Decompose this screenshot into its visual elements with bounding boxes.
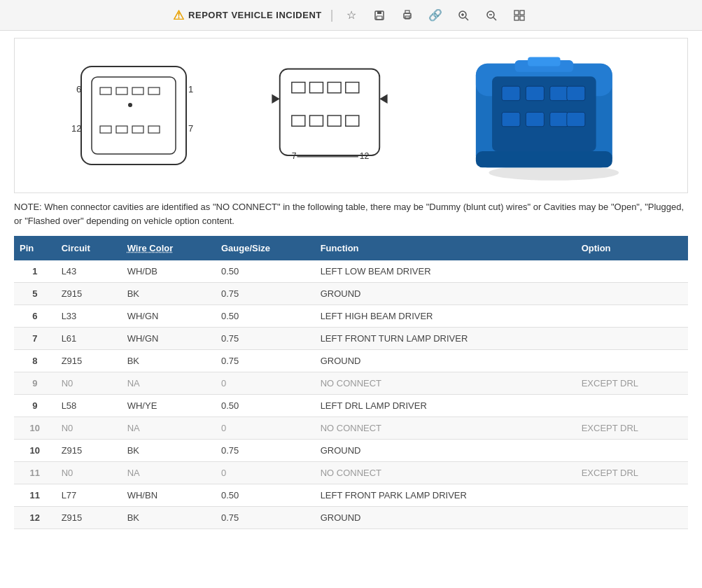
cell-circuit: L58: [56, 395, 122, 417]
svg-rect-55: [567, 86, 585, 100]
cell-pin: 9: [14, 372, 56, 395]
toolbar: ⚠ REPORT VEHICLE INCIDENT | ☆ 🔗: [0, 0, 702, 31]
connector-3d-render: [456, 46, 638, 186]
col-header-wire-color: Wire Color: [122, 236, 216, 260]
cell-circuit: N0: [56, 462, 122, 484]
cell-gauge: 0.50: [216, 305, 315, 328]
cell-wire-color: BK: [122, 283, 216, 305]
svg-text:6: 6: [76, 84, 81, 94]
cell-gauge: 0.75: [216, 328, 315, 350]
svg-rect-17: [520, 16, 524, 20]
svg-rect-26: [116, 126, 127, 133]
svg-rect-16: [514, 16, 519, 20]
svg-rect-23: [148, 88, 160, 94]
cell-function: LEFT FRONT PARK LAMP DRIVER: [315, 484, 576, 507]
cell-function: GROUND: [315, 350, 576, 372]
connector-diagram-area: 6 1 12 7 7 12: [14, 38, 688, 193]
connector-schematic-left: 6 1 12 7: [64, 49, 204, 182]
svg-rect-59: [567, 112, 585, 126]
cell-option: [576, 350, 688, 372]
link-icon[interactable]: 🔗: [426, 6, 445, 25]
incident-report-button[interactable]: ⚠ REPORT VEHICLE INCIDENT: [173, 8, 322, 23]
cell-option: EXCEPT DRL: [576, 372, 688, 395]
cell-wire-color: NA: [122, 462, 216, 484]
cell-option: [576, 283, 688, 305]
toolbar-separator: |: [330, 8, 334, 22]
cell-pin: 12: [14, 507, 56, 529]
svg-text:7: 7: [292, 151, 297, 161]
cell-circuit: N0: [56, 417, 122, 440]
connector-table: Pin Circuit Wire Color Gauge/Size Functi…: [14, 236, 688, 529]
zoom-in-icon[interactable]: [454, 6, 473, 25]
col-header-function: Function: [315, 236, 576, 260]
cell-gauge: 0.75: [216, 507, 315, 529]
cell-circuit: L33: [56, 305, 122, 328]
table-body: 1L43WH/DB0.50LEFT LOW BEAM DRIVER5Z915BK…: [14, 260, 688, 529]
cell-function: LEFT FRONT TURN LAMP DRIVER: [315, 328, 576, 350]
svg-rect-61: [528, 57, 560, 66]
cell-wire-color: NA: [122, 372, 216, 395]
star-icon[interactable]: ☆: [342, 6, 361, 25]
cell-function: LEFT LOW BEAM DRIVER: [315, 260, 576, 283]
col-header-gauge: Gauge/Size: [216, 236, 315, 260]
cell-option: [576, 440, 688, 462]
cell-pin: 10: [14, 440, 56, 462]
note-text: NOTE: When connector cavities are identi…: [14, 200, 688, 227]
cell-circuit: Z915: [56, 350, 122, 372]
svg-rect-15: [520, 10, 524, 15]
cell-pin: 8: [14, 350, 56, 372]
table-row: 10N0NA0NO CONNECTEXCEPT DRL: [14, 417, 688, 440]
table-row: 10Z915BK0.75GROUND: [14, 440, 688, 462]
svg-rect-37: [346, 83, 359, 93]
cell-pin: 10: [14, 417, 56, 440]
svg-point-6: [410, 15, 412, 16]
cell-option: EXCEPT DRL: [576, 417, 688, 440]
cell-function: GROUND: [315, 440, 576, 462]
cell-circuit: L77: [56, 484, 122, 507]
cell-pin: 9: [14, 395, 56, 417]
svg-rect-27: [132, 126, 143, 133]
svg-rect-35: [310, 83, 323, 93]
svg-text:12: 12: [360, 151, 370, 161]
print-icon[interactable]: [398, 6, 417, 25]
table-row: 9N0NA0NO CONNECTEXCEPT DRL: [14, 372, 688, 395]
cell-wire-color: WH/YE: [122, 395, 216, 417]
col-header-circuit: Circuit: [56, 236, 122, 260]
svg-rect-41: [346, 115, 359, 126]
svg-rect-28: [148, 126, 160, 133]
cell-circuit: Z915: [56, 283, 122, 305]
svg-rect-40: [328, 115, 342, 126]
cell-function: NO CONNECT: [315, 372, 576, 395]
more-options-icon[interactable]: [510, 6, 529, 25]
svg-rect-56: [502, 112, 520, 126]
svg-marker-42: [272, 94, 280, 104]
svg-rect-54: [550, 86, 568, 100]
cell-circuit: Z915: [56, 507, 122, 529]
cell-option: EXCEPT DRL: [576, 462, 688, 484]
cell-option: [576, 305, 688, 328]
connector-schematic-mid: 7 12: [260, 49, 400, 182]
table-row: 1L43WH/DB0.50LEFT LOW BEAM DRIVER: [14, 260, 688, 283]
cell-wire-color: NA: [122, 417, 216, 440]
cell-gauge: 0: [216, 372, 315, 395]
svg-rect-20: [100, 88, 111, 94]
cell-option: [576, 395, 688, 417]
col-header-pin: Pin: [14, 236, 56, 260]
zoom-out-icon[interactable]: [482, 6, 501, 25]
table-row: 11N0NA0NO CONNECTEXCEPT DRL: [14, 462, 688, 484]
svg-line-12: [493, 18, 496, 20]
cell-gauge: 0: [216, 462, 315, 484]
cell-gauge: 0: [216, 417, 315, 440]
table-row: 9L58WH/YE0.50LEFT DRL LAMP DRIVER: [14, 395, 688, 417]
cell-function: NO CONNECT: [315, 417, 576, 440]
cell-wire-color: BK: [122, 350, 216, 372]
table-row: 6L33WH/GN0.50LEFT HIGH BEAM DRIVER: [14, 305, 688, 328]
incident-label: REPORT VEHICLE INCIDENT: [188, 10, 322, 20]
table-row: 7L61WH/GN0.75LEFT FRONT TURN LAMP DRIVER: [14, 328, 688, 350]
svg-rect-14: [514, 10, 519, 15]
col-header-option: Option: [576, 236, 688, 260]
save-icon[interactable]: [370, 6, 389, 25]
svg-rect-1: [377, 11, 381, 14]
cell-pin: 11: [14, 462, 56, 484]
cell-wire-color: WH/GN: [122, 305, 216, 328]
